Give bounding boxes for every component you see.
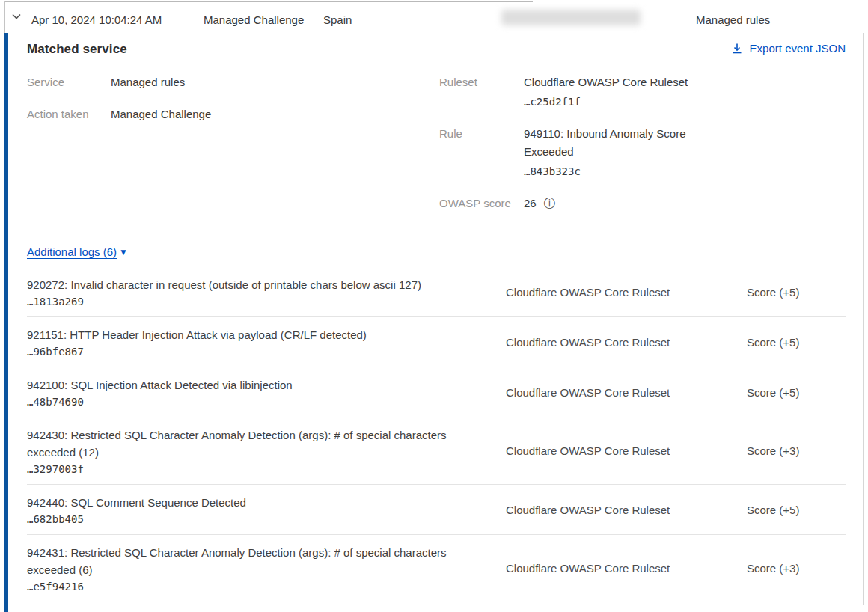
event-detail-panel: Matched service Export event JSON Servic… [4, 33, 868, 612]
log-row: 942431: Restricted SQL Character Anomaly… [27, 535, 846, 602]
event-summary-row[interactable]: Apr 10, 2024 10:04:24 AM Managed Challen… [0, 0, 868, 33]
field-value: Managed rules [111, 73, 185, 91]
event-timestamp: Apr 10, 2024 10:04:24 AM [31, 13, 162, 26]
field-label: Rule [439, 125, 524, 180]
export-event-json-link[interactable]: Export event JSON [731, 42, 846, 55]
row-top-border [4, 1, 533, 2]
log-description: 942430: Restricted SQL Character Anomaly… [27, 429, 447, 459]
field-owasp-score: OWASP score 26 ⓘ [439, 195, 846, 212]
field-label: Service [27, 73, 111, 91]
panel-right-border [863, 33, 864, 605]
log-rule-id: …3297003f [27, 463, 487, 475]
additional-logs-label: Additional logs (6) [27, 245, 117, 258]
export-link-label: Export event JSON [750, 42, 846, 55]
log-rule-id: …e5f94216 [27, 581, 487, 593]
log-row: 942440: SQL Comment Sequence Detected …6… [27, 485, 846, 535]
log-row: 942100: SQL Injection Attack Detected vi… [27, 367, 846, 417]
row-left-border [4, 1, 5, 33]
field-label: Action taken [27, 105, 111, 123]
log-ruleset: Cloudflare OWASP Core Ruleset [506, 336, 747, 349]
log-score: Score (+3) [747, 444, 846, 457]
additional-logs-list: 920272: Invalid character in request (ou… [27, 267, 846, 602]
log-ruleset: Cloudflare OWASP Core Ruleset [506, 444, 747, 457]
event-service: Managed rules [696, 13, 770, 26]
log-score: Score (+5) [747, 286, 846, 299]
field-action-taken: Action taken Managed Challenge [27, 105, 439, 123]
log-rule-id: …1813a269 [27, 296, 487, 307]
field-service: Service Managed rules [27, 73, 439, 91]
log-row: 920272: Invalid character in request (ou… [27, 267, 846, 317]
event-action: Managed Challenge [204, 13, 304, 26]
log-score: Score (+5) [747, 386, 846, 399]
rule-name: 949110: Inbound Anomaly Score Exceeded [524, 127, 686, 158]
log-row: 942430: Restricted SQL Character Anomaly… [27, 417, 846, 485]
field-value: Managed Challenge [111, 105, 211, 123]
log-ruleset: Cloudflare OWASP Core Ruleset [506, 286, 747, 299]
log-rule-id: …682bb405 [27, 513, 487, 525]
log-ruleset: Cloudflare OWASP Core Ruleset [506, 386, 747, 399]
info-icon[interactable]: ⓘ [544, 198, 556, 209]
ruleset-name: Cloudflare OWASP Core Ruleset [524, 76, 688, 88]
field-label: Ruleset [439, 73, 524, 111]
caret-down-icon: ▼ [119, 247, 128, 257]
log-ruleset: Cloudflare OWASP Core Ruleset [506, 562, 747, 575]
owasp-score-value: 26 [524, 195, 537, 212]
panel-title: Matched service [27, 42, 127, 57]
download-icon [731, 43, 743, 55]
log-score: Score (+5) [747, 504, 846, 516]
additional-logs-toggle[interactable]: Additional logs (6) ▼ [27, 245, 128, 258]
field-label: OWASP score [439, 195, 524, 212]
field-ruleset: Ruleset Cloudflare OWASP Core Ruleset …c… [439, 73, 846, 111]
event-country: Spain [323, 13, 352, 26]
chevron-down-icon[interactable] [10, 10, 23, 23]
panel-bottom-separator [9, 605, 862, 605]
log-description: 920272: Invalid character in request (ou… [27, 278, 421, 291]
log-row: 921151: HTTP Header Injection Attack via… [27, 317, 846, 367]
log-score: Score (+3) [747, 562, 846, 575]
log-description: 942100: SQL Injection Attack Detected vi… [27, 379, 293, 391]
log-description: 921151: HTTP Header Injection Attack via… [27, 328, 367, 341]
rule-id: …843b323c [524, 162, 702, 180]
ruleset-id: …c25d2f1f [524, 93, 688, 111]
log-description: 942431: Restricted SQL Character Anomaly… [27, 546, 447, 576]
log-ruleset: Cloudflare OWASP Core Ruleset [506, 504, 747, 516]
event-host-redacted-blur [501, 10, 641, 25]
log-rule-id: …48b74690 [27, 396, 487, 408]
field-rule: Rule 949110: Inbound Anomaly Score Excee… [439, 125, 846, 180]
log-rule-id: …96bfe867 [27, 346, 487, 358]
log-score: Score (+5) [747, 336, 846, 349]
log-description: 942440: SQL Comment Sequence Detected [27, 496, 246, 509]
